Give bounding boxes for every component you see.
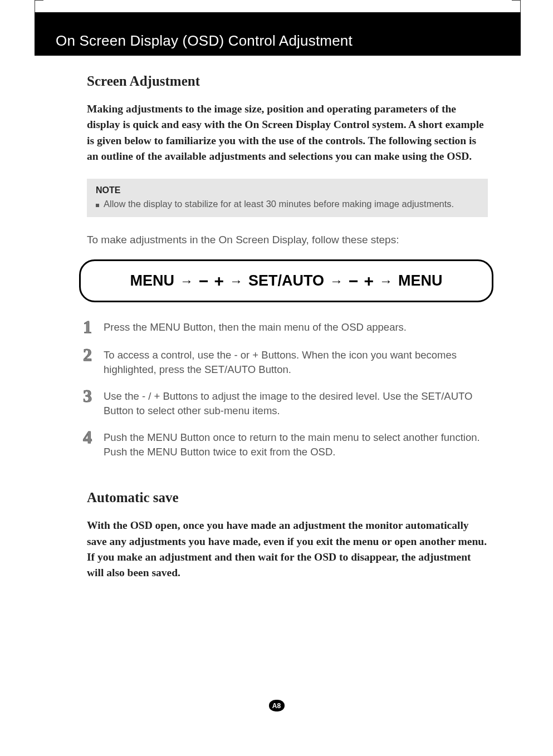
page-content: Screen Adjustment Making adjustments to … <box>35 56 521 595</box>
crop-mark-tr <box>512 0 521 12</box>
minus-icon: − <box>199 273 209 289</box>
step-number: 4 <box>79 428 96 446</box>
note-label: NOTE <box>96 185 479 195</box>
page-number: A8 <box>269 700 285 711</box>
arrow-icon: → <box>180 273 193 289</box>
step-text: Press the MENU Button, then the main men… <box>104 320 407 335</box>
button-sequence-box: MENU → − + → SET/AUTO → − + → MENU <box>79 259 493 302</box>
page-header-title: On Screen Display (OSD) Control Adjustme… <box>35 12 521 50</box>
note-item: Allow the display to stabilize for at le… <box>96 199 479 209</box>
section-automatic-save: Automatic save With the OSD open, once y… <box>87 490 494 581</box>
page-header: On Screen Display (OSD) Control Adjustme… <box>35 12 521 56</box>
bullet-icon <box>96 204 99 207</box>
step-item: 4 Push the MENU Button once to return to… <box>79 430 480 459</box>
step-text: Push the MENU Button once to return to t… <box>104 430 480 459</box>
step-text: Use the - / + Buttons to adjust the imag… <box>104 389 480 418</box>
section-title-screen-adjustment: Screen Adjustment <box>87 73 494 89</box>
step-number: 2 <box>79 346 96 364</box>
note-text: Allow the display to stabilize for at le… <box>104 199 454 209</box>
crop-mark-tl <box>35 0 43 12</box>
note-box: NOTE Allow the display to stabilize for … <box>87 179 488 217</box>
lead-in-text: To make adjustments in the On Screen Dis… <box>87 234 488 246</box>
step-item: 1 Press the MENU Button, then the main m… <box>79 320 480 336</box>
plus-icon: + <box>364 273 374 289</box>
step-number: 1 <box>79 318 96 336</box>
flow-text-menu: MENU <box>130 272 174 289</box>
steps-list: 1 Press the MENU Button, then the main m… <box>79 320 480 459</box>
step-number: 3 <box>79 387 96 405</box>
plus-icon: + <box>214 273 224 289</box>
flow-text-menu-end: MENU <box>398 272 443 289</box>
step-item: 3 Use the - / + Buttons to adjust the im… <box>79 389 480 418</box>
minus-icon: − <box>349 273 359 289</box>
step-text: To access a control, use the - or + Butt… <box>104 348 480 377</box>
section-title-automatic-save: Automatic save <box>87 490 494 505</box>
arrow-icon: → <box>379 273 393 289</box>
automatic-save-body: With the OSD open, once you have made an… <box>87 518 488 581</box>
intro-paragraph: Making adjustments to the image size, po… <box>87 101 488 164</box>
step-item: 2 To access a control, use the - or + Bu… <box>79 348 480 377</box>
arrow-icon: → <box>229 273 243 289</box>
flow-text-setauto: SET/AUTO <box>248 272 324 289</box>
arrow-icon: → <box>330 273 343 289</box>
